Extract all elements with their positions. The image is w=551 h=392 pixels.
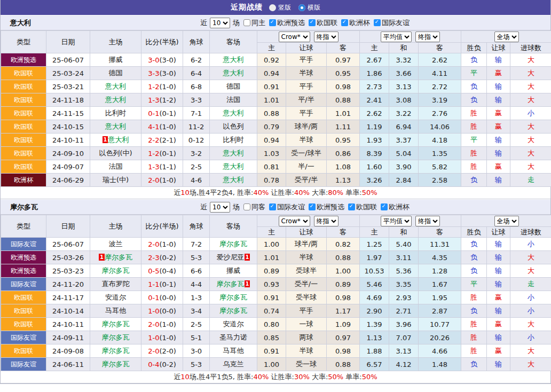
league-filter-3[interactable]: 欧洲杯 xyxy=(381,202,410,212)
bookmaker-select[interactable]: Crow* xyxy=(279,32,310,42)
summary-stat-value: 40% xyxy=(253,189,269,197)
checkbox-checked-icon[interactable] xyxy=(309,19,316,26)
layout-option-vertical[interactable]: 竖版 xyxy=(269,3,291,12)
red-card-badge: 1 xyxy=(103,136,108,143)
checkbox-checked-icon[interactable] xyxy=(348,203,355,210)
score-cell: 2-0(1-0) xyxy=(141,318,183,331)
same-venue-filter[interactable]: 同客 xyxy=(243,202,265,212)
checkbox-checked-icon[interactable] xyxy=(341,19,348,26)
col-header-avg-away: 客 xyxy=(419,227,461,238)
league-type-cell: 国际友谊 xyxy=(1,278,46,291)
corner-cell: 2-5 xyxy=(183,160,210,174)
league-type-cell: 欧国联 xyxy=(1,291,46,304)
checkbox-checked-icon[interactable] xyxy=(374,19,381,26)
recent-results-panel: 近期战绩 竖版 横版 意大利 近 10 场 同主 欧洲预选 xyxy=(0,0,551,384)
avg-home-odds: 1.19 xyxy=(360,120,389,134)
checkbox-unchecked-icon[interactable] xyxy=(243,19,250,26)
avg-select[interactable]: 平均值 xyxy=(381,32,412,42)
score-cell: 1-0(0-0) xyxy=(141,304,183,318)
score-cell: 3-0(3-0) xyxy=(141,53,183,67)
checkbox-checked-icon[interactable] xyxy=(269,203,276,210)
scope-select[interactable]: 全场 xyxy=(494,216,519,226)
same-venue-filter[interactable]: 同主 xyxy=(243,18,265,28)
summary-text: 让胜率: xyxy=(269,189,294,197)
avg-draw-odds: 3.13 xyxy=(389,80,419,93)
col-header-hcap-line: 让球 xyxy=(286,43,327,53)
away-team-name: 马耳他 xyxy=(223,347,244,355)
league-filter-1[interactable]: 欧国联 xyxy=(309,18,337,28)
result-goals: 小 xyxy=(510,238,551,251)
avg-away-odds: 10.77 xyxy=(419,318,461,331)
avg-home-odds: 1.25 xyxy=(360,238,389,251)
summary-stat-value: 50% xyxy=(362,373,377,381)
league-filter-0[interactable]: 国际友谊 xyxy=(269,202,305,212)
match-count-select[interactable]: 10 xyxy=(210,202,230,213)
avg-select[interactable]: 平均值 xyxy=(381,216,412,226)
league-type-cell: 欧国联 xyxy=(1,160,46,174)
league-type-cell: 欧洲杯 xyxy=(1,174,46,187)
home-team-name: 摩尔多瓦 xyxy=(102,320,130,328)
home-team-cell: 瑞士(中) xyxy=(90,174,141,187)
handicap-away-odds: 0.89 xyxy=(327,278,360,291)
result-goals: 大 xyxy=(510,147,551,160)
handicap-away-odds: 1.13 xyxy=(327,174,360,187)
team-filter-bar: 摩尔多瓦 近 10 场 同客 国际友谊 欧洲预选 欧国联 xyxy=(1,199,550,215)
checkbox-checked-icon[interactable] xyxy=(309,203,316,210)
team-name-label: 意大利 xyxy=(10,18,31,28)
match-row: 欧洲预选25-03-261摩尔多瓦2-3(0-2)5-3爱沙尼亚11.01半球0… xyxy=(1,251,551,264)
bookmaker-select[interactable]: Crow* xyxy=(279,216,310,226)
date-cell: 24-11-17 xyxy=(46,291,90,304)
league-filter-2[interactable]: 欧国联 xyxy=(348,202,377,212)
handicap-line: 半球 xyxy=(286,134,327,147)
league-filter-2[interactable]: 欧洲杯 xyxy=(341,18,370,28)
handicap-home-odds: 1.03 xyxy=(257,147,286,160)
handicap-line: 球半/两 xyxy=(286,238,327,251)
corner-cell: 3-3 xyxy=(183,93,210,107)
home-team-cell: 摩尔多瓦 xyxy=(90,264,141,278)
checkbox-unchecked-icon[interactable] xyxy=(243,203,250,210)
full-time-score: 1-2 xyxy=(148,83,159,91)
result-handicap: 输 xyxy=(487,174,510,187)
handicap-away-odds: 0.88 xyxy=(327,251,360,264)
match-row: 欧洲预选25-03-23摩尔多瓦0-5(0-4)6-6挪威0.89受球半1.00… xyxy=(1,264,551,278)
handicap-line: 平手 xyxy=(286,80,327,93)
date-cell: 24-09-11 xyxy=(46,331,90,344)
col-header-avg-home: 主 xyxy=(360,227,389,238)
home-team-cell: 摩尔多瓦 xyxy=(90,318,141,331)
near-label: 近 xyxy=(200,18,207,28)
league-filter-3[interactable]: 国际友谊 xyxy=(374,18,410,28)
handicap-line: 受一球 xyxy=(286,358,327,371)
handicap-home-odds: 0.91 xyxy=(257,80,286,93)
final-index-select-b[interactable]: 终指 xyxy=(415,216,440,226)
final-index-select-b[interactable]: 终指 xyxy=(415,32,440,42)
final-index-select-a[interactable]: 终指 xyxy=(314,32,339,42)
home-team-name: 意大利 xyxy=(105,96,126,104)
final-index-select-a[interactable]: 终指 xyxy=(314,216,339,226)
avg-draw-odds: 3.22 xyxy=(389,107,419,120)
layout-option-horizontal[interactable]: 横版 xyxy=(298,3,320,12)
avg-away-odds: 2.87 xyxy=(419,304,461,318)
handicap-away-odds: 0.98 xyxy=(327,344,360,358)
home-team-cell: 意大利 xyxy=(90,120,141,134)
half-time-score: (2-0) xyxy=(159,347,176,355)
away-team-name: 挪威 xyxy=(226,266,240,275)
league-filter-1[interactable]: 欧洲预选 xyxy=(309,202,344,212)
checkbox-checked-icon[interactable] xyxy=(381,203,388,210)
radio-selected-icon[interactable] xyxy=(298,4,305,11)
avg-away-odds: 2.58 xyxy=(419,174,461,187)
record-summary: 近10场,胜4平2负4, 胜率:40% 让胜率:40% 大率:80% 单率:50… xyxy=(1,187,550,199)
result-goals: 大 xyxy=(510,67,551,80)
score-cell: 1-3(1-2) xyxy=(141,93,183,107)
scope-select[interactable]: 全场 xyxy=(494,32,519,42)
match-count-select[interactable]: 10 xyxy=(210,18,230,28)
result-handicap: 输 xyxy=(487,80,510,93)
handicap-home-odds: 0.81 xyxy=(257,160,286,174)
radio-unselected-icon[interactable] xyxy=(269,4,276,11)
result-handicap: 赢 xyxy=(487,160,510,174)
league-filter-0[interactable]: 欧洲预选 xyxy=(269,18,305,28)
checkbox-checked-icon[interactable] xyxy=(269,19,276,26)
half-time-score: (1-0) xyxy=(159,320,176,328)
result-goals: 大 xyxy=(510,264,551,278)
avg-draw-odds: 3.37 xyxy=(389,134,419,147)
result-wdl: 胜 xyxy=(461,344,487,358)
